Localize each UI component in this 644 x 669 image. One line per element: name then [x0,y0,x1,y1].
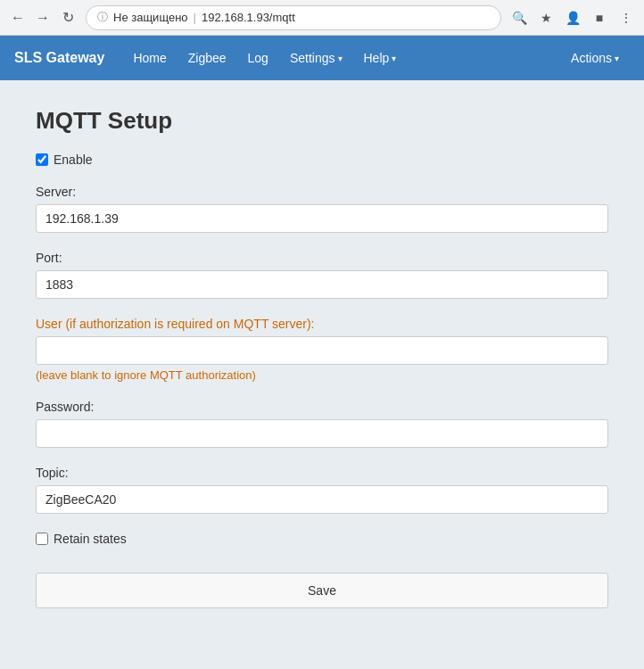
menu-icon-btn[interactable]: ⋮ [615,7,637,29]
enable-label[interactable]: Enable [54,153,93,167]
search-icon-btn[interactable]: 🔍 [508,7,530,29]
nav-log[interactable]: Log [237,44,279,72]
server-group: Server: [36,185,608,233]
topic-label: Topic: [36,466,608,480]
topic-input[interactable] [36,485,608,514]
enable-checkbox[interactable] [36,153,48,166]
save-button[interactable]: Save [36,573,608,608]
nav-zigbee[interactable]: Zigbee [178,44,237,72]
port-input[interactable] [36,270,608,299]
password-group: Password: [36,400,608,448]
nav-home[interactable]: Home [122,44,177,72]
password-input[interactable] [36,419,608,448]
back-button[interactable]: ← [7,7,29,29]
user-group: User (if authorization is required on MQ… [36,317,608,382]
port-group: Port: [36,251,608,299]
user-hint: (leave blank to ignore MQTT authorizatio… [36,368,608,382]
topic-group: Topic: [36,466,608,514]
lock-icon: ⓘ [97,10,108,25]
browser-nav-buttons: ← → ↻ [7,7,78,29]
navbar-brand[interactable]: SLS Gateway [14,50,104,66]
page-title: MQTT Setup [36,107,608,135]
address-separator: | [194,11,196,24]
reload-button[interactable]: ↻ [57,7,78,29]
port-label: Port: [36,251,608,265]
user-input[interactable] [36,336,608,365]
extension-icon-btn[interactable]: ■ [589,7,610,29]
user-label: User (if authorization is required on MQ… [36,317,608,331]
server-label: Server: [36,185,608,199]
browser-chrome: ← → ↻ ⓘ Не защищено | 192.168.1.93/mqtt … [0,0,644,36]
forward-button[interactable]: → [32,7,54,29]
insecure-label: Не защищено [113,11,188,24]
browser-icons: 🔍 ★ 👤 ■ ⋮ [508,7,637,29]
address-bar[interactable]: ⓘ Не защищено | 192.168.1.93/mqtt [86,5,501,30]
retain-label[interactable]: Retain states [54,532,127,546]
page-content: MQTT Setup Enable Server: Port: User (if… [0,80,644,669]
star-icon-btn[interactable]: ★ [535,7,557,29]
password-label: Password: [36,400,608,414]
server-input[interactable] [36,204,608,233]
mqtt-form: Enable Server: Port: User (if authorizat… [36,153,608,608]
retain-checkbox[interactable] [36,533,48,545]
nav-help[interactable]: Help [353,44,408,72]
profile-icon-btn[interactable]: 👤 [562,7,583,29]
navbar-nav: Home Zigbee Log Settings Help [122,44,560,72]
nav-settings[interactable]: Settings [279,44,353,72]
actions-button[interactable]: Actions [560,44,630,72]
navbar: SLS Gateway Home Zigbee Log Settings Hel… [0,36,644,80]
retain-row: Retain states [36,532,608,546]
address-text: 192.168.1.93/mqtt [202,11,295,24]
enable-row: Enable [36,153,608,167]
